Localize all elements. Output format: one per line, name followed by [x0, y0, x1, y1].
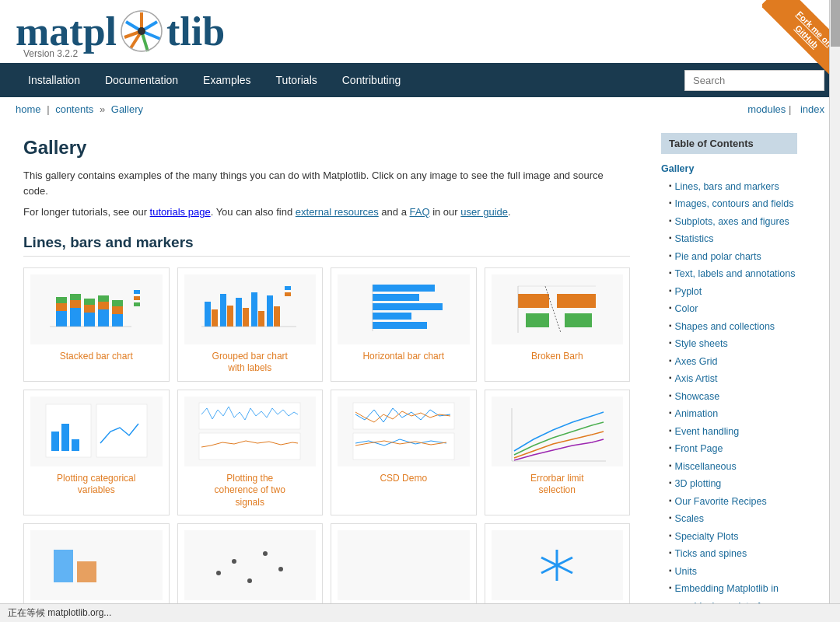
- svg-rect-83: [349, 534, 458, 596]
- svg-point-80: [247, 578, 252, 583]
- nav-documentation[interactable]: Documentation: [93, 65, 191, 96]
- svg-rect-13: [56, 297, 67, 303]
- toc-list: Gallery Lines, bars and markers Images, …: [661, 160, 797, 622]
- chart-preview-coherence: [184, 397, 317, 466]
- external-resources-link[interactable]: external resources: [296, 206, 379, 218]
- chart-preview-p1: [30, 530, 163, 600]
- svg-rect-52: [518, 294, 549, 308]
- svg-rect-29: [134, 302, 140, 306]
- gallery-item-stacked-bar[interactable]: Stacked bar chart: [23, 267, 170, 382]
- svg-rect-53: [557, 294, 596, 308]
- toc-item-recipes: Our Favorite Recipes: [661, 493, 797, 511]
- svg-rect-46: [373, 294, 419, 301]
- toc-item-events: Event handling: [661, 423, 797, 441]
- horizontal-bar-link[interactable]: Horizontal bar chart: [338, 351, 470, 363]
- breadcrumb-home[interactable]: home: [16, 103, 41, 115]
- toc-header: Table of Contents: [661, 133, 797, 154]
- svg-rect-40: [274, 306, 280, 327]
- toc-gallery-link[interactable]: Gallery: [661, 160, 797, 178]
- nav-installation[interactable]: Installation: [16, 65, 93, 96]
- toc-item-units: Units: [661, 563, 797, 581]
- toc-item-axisartist: Axis Artist: [661, 370, 797, 388]
- broken-barh-svg: [502, 278, 611, 341]
- page-title: Gallery: [23, 137, 630, 159]
- toc-item-stylesheets: Style sheets: [661, 335, 797, 353]
- errorbar-svg: [502, 400, 611, 463]
- gallery-item-errorbar[interactable]: Errorbar limitselection: [485, 390, 631, 516]
- svg-point-8: [138, 27, 145, 35]
- gallery-item-categorical[interactable]: Plotting categoricalvariables: [23, 390, 170, 516]
- nav-tutorials[interactable]: Tutorials: [264, 65, 330, 96]
- errorbar-link[interactable]: Errorbar limitselection: [492, 473, 624, 497]
- breadcrumb-gallery[interactable]: Gallery: [111, 103, 143, 115]
- fork-ribbon[interactable]: Fork me onGitHub: [762, 0, 840, 78]
- chart-preview-p3: [338, 530, 470, 600]
- faq-link[interactable]: FAQ: [410, 206, 430, 218]
- svg-rect-24: [112, 306, 123, 314]
- gallery-row-2: Plotting categoricalvariables: [23, 390, 630, 516]
- toc-item-shapes: Shapes and collections: [661, 318, 797, 336]
- user-guide-link[interactable]: user guide: [460, 206, 508, 218]
- toc-item-statistics: Statistics: [661, 230, 797, 248]
- svg-point-82: [278, 567, 283, 571]
- breadcrumb-contents[interactable]: contents: [55, 103, 93, 115]
- svg-rect-36: [243, 308, 249, 327]
- gallery-item-horizontal-bar[interactable]: Horizontal bar chart: [331, 267, 477, 382]
- svg-rect-61: [96, 404, 147, 457]
- nav-examples[interactable]: Examples: [191, 65, 263, 96]
- svg-rect-31: [205, 302, 211, 327]
- grouped-bar-svg: [195, 278, 304, 341]
- svg-rect-70: [353, 433, 454, 460]
- svg-point-79: [232, 559, 236, 564]
- stacked-bar-link[interactable]: Stacked bar chart: [30, 351, 163, 363]
- toc-item-color: Color: [661, 300, 797, 318]
- csd-link[interactable]: CSD Demo: [338, 473, 470, 485]
- toc-item-frontpage: Front Page: [661, 440, 797, 458]
- logo-icon: [118, 8, 165, 54]
- svg-rect-16: [70, 294, 81, 300]
- chart-preview-horizontal-bar: [338, 274, 470, 344]
- toc-item-animation: Animation: [661, 405, 797, 423]
- svg-rect-12: [56, 303, 67, 311]
- svg-rect-22: [98, 295, 109, 302]
- svg-rect-34: [227, 306, 233, 327]
- fork-link[interactable]: Fork me onGitHub: [762, 0, 840, 78]
- toc-item-lines: Lines, bars and markers: [661, 178, 797, 196]
- section-lines-bars: Lines, bars and markers: [23, 234, 630, 257]
- gallery-item-coherence[interactable]: Plotting thecoherence of twosignals: [177, 390, 324, 516]
- categorical-link[interactable]: Plotting categoricalvariables: [30, 473, 163, 497]
- statusbar: 正在等候 matplotlib.org...: [0, 603, 840, 622]
- sidebar: Table of Contents Gallery Lines, bars an…: [653, 121, 805, 622]
- svg-point-78: [216, 571, 221, 575]
- gallery-item-broken-barh[interactable]: Broken Barh: [485, 267, 631, 382]
- breadcrumb-right: modules | index: [741, 103, 824, 115]
- version-label: Version 3.2.2: [23, 48, 78, 59]
- broken-barh-link[interactable]: Broken Barh: [492, 351, 624, 363]
- svg-rect-39: [267, 295, 273, 327]
- svg-rect-28: [134, 296, 140, 300]
- scrollbar-track[interactable]: [829, 0, 840, 622]
- svg-rect-47: [373, 303, 443, 310]
- svg-point-81: [263, 551, 268, 556]
- svg-rect-43: [285, 292, 291, 296]
- svg-rect-71: [502, 400, 611, 463]
- chart-preview-categorical: [30, 397, 163, 466]
- header: matpl tlib Version 3.2.2 Fork me onGitHu…: [0, 0, 840, 63]
- breadcrumb-left: home | contents » Gallery: [16, 103, 143, 115]
- breadcrumb-index[interactable]: index: [800, 103, 824, 115]
- logo: matpl tlib: [16, 8, 225, 54]
- toc-item-showcase: Showcase: [661, 388, 797, 406]
- nav-contributing[interactable]: Contributing: [330, 65, 414, 96]
- svg-rect-23: [112, 314, 123, 327]
- scrollbar-thumb[interactable]: [831, 0, 840, 47]
- svg-rect-19: [84, 299, 95, 305]
- grouped-bar-link[interactable]: Grouped bar chartwith labels: [184, 351, 317, 375]
- breadcrumb-modules[interactable]: modules: [747, 103, 786, 115]
- gallery-desc2: For longer tutorials, see our tutorials …: [23, 204, 630, 220]
- tutorials-link[interactable]: tutorials page: [150, 206, 211, 218]
- gallery-item-grouped-bar[interactable]: Grouped bar chartwith labels: [177, 267, 324, 382]
- main-layout: Gallery This gallery contains examples o…: [0, 121, 840, 622]
- breadcrumb: home | contents » Gallery modules | inde…: [0, 97, 840, 121]
- gallery-item-csd[interactable]: CSD Demo: [331, 390, 477, 516]
- coherence-link[interactable]: Plotting thecoherence of twosignals: [184, 473, 317, 509]
